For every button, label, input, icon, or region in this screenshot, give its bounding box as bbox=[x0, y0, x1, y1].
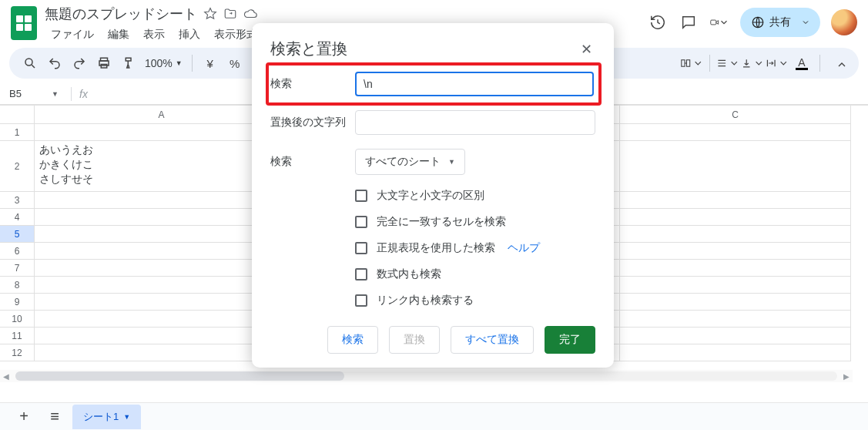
help-link[interactable]: ヘルプ bbox=[508, 241, 540, 255]
share-button[interactable]: 共有 bbox=[740, 8, 820, 37]
cell[interactable] bbox=[35, 328, 289, 344]
checkbox-links[interactable] bbox=[355, 294, 367, 307]
cell[interactable] bbox=[620, 294, 851, 311]
cloud-status-icon[interactable] bbox=[243, 7, 257, 21]
cell[interactable] bbox=[620, 260, 851, 277]
find-input[interactable] bbox=[355, 72, 594, 96]
cell[interactable] bbox=[620, 344, 851, 361]
scroll-left-icon[interactable]: ◀ bbox=[0, 372, 12, 381]
close-icon[interactable]: ✕ bbox=[577, 40, 595, 59]
cell[interactable] bbox=[35, 243, 289, 260]
cell[interactable] bbox=[35, 226, 289, 243]
row-header[interactable]: 6 bbox=[0, 243, 35, 260]
checkbox-regex[interactable] bbox=[355, 242, 367, 254]
scope-select[interactable]: すべてのシート ▼ bbox=[355, 149, 465, 175]
checkbox-formulas[interactable] bbox=[355, 268, 367, 281]
cell[interactable] bbox=[35, 124, 289, 141]
cell[interactable] bbox=[35, 311, 289, 328]
name-box[interactable]: B5 ▼ bbox=[9, 88, 63, 99]
star-icon[interactable] bbox=[203, 7, 217, 21]
cell[interactable] bbox=[35, 192, 289, 209]
print-icon[interactable] bbox=[92, 52, 116, 75]
find-replace-dialog: 検索と置換 ✕ 検索 置換後の文字列 検索 すべてのシート ▼ bbox=[252, 23, 614, 368]
cell[interactable] bbox=[35, 277, 289, 294]
row-header[interactable]: 4 bbox=[0, 209, 35, 226]
cell[interactable] bbox=[35, 294, 289, 311]
done-button[interactable]: 完了 bbox=[545, 326, 595, 354]
cell-a2[interactable]: あいうえお かきくけこ さしすせそ bbox=[35, 141, 289, 192]
column-header-a[interactable]: A bbox=[35, 106, 289, 124]
cell[interactable] bbox=[35, 209, 289, 226]
toolbar-separator bbox=[819, 55, 820, 72]
account-avatar[interactable] bbox=[831, 9, 857, 35]
sheets-app-icon[interactable] bbox=[11, 6, 37, 40]
row-header[interactable]: 9 bbox=[0, 294, 35, 311]
row-header[interactable]: 8 bbox=[0, 277, 35, 294]
redo-icon[interactable] bbox=[68, 52, 91, 75]
document-title[interactable]: 無題のスプレッドシート bbox=[45, 5, 197, 23]
add-sheet-button[interactable]: + bbox=[11, 405, 37, 428]
row-header[interactable]: 5 bbox=[0, 226, 35, 243]
fx-icon: fx bbox=[79, 88, 88, 100]
cell[interactable] bbox=[620, 226, 851, 243]
paint-format-icon[interactable] bbox=[117, 52, 140, 75]
replace-button[interactable]: 置換 bbox=[389, 326, 440, 354]
move-folder-icon[interactable] bbox=[223, 7, 237, 21]
find-row-highlight: 検索 bbox=[266, 62, 602, 106]
replace-all-button[interactable]: すべて置換 bbox=[451, 326, 534, 354]
menu-view[interactable]: 表示 bbox=[137, 25, 171, 45]
cell[interactable] bbox=[620, 277, 851, 294]
scroll-right-icon[interactable]: ▶ bbox=[840, 372, 853, 381]
share-label: 共有 bbox=[769, 15, 791, 29]
select-all-corner[interactable] bbox=[0, 106, 35, 124]
replace-input[interactable] bbox=[355, 110, 595, 135]
cell[interactable] bbox=[620, 243, 851, 260]
checkbox-case[interactable] bbox=[355, 190, 367, 202]
share-dropdown-icon[interactable] bbox=[796, 12, 816, 32]
meet-icon[interactable] bbox=[709, 12, 729, 32]
row-header[interactable]: 3 bbox=[0, 192, 35, 209]
undo-icon[interactable] bbox=[43, 52, 66, 75]
cell[interactable] bbox=[35, 344, 289, 361]
title-area: 無題のスプレッドシート ファイル 編集 表示 挿入 表示形式 bbox=[45, 5, 263, 45]
collapse-toolbar-icon[interactable] bbox=[831, 54, 853, 76]
row-header[interactable]: 1 bbox=[0, 124, 35, 141]
scope-selected-value: すべてのシート bbox=[365, 155, 441, 169]
menu-insert[interactable]: 挿入 bbox=[173, 25, 206, 45]
checkbox-whole[interactable] bbox=[355, 216, 367, 228]
cell[interactable] bbox=[620, 311, 851, 328]
cell[interactable] bbox=[35, 260, 289, 277]
caret-down-icon: ▼ bbox=[123, 413, 130, 421]
find-button[interactable]: 検索 bbox=[327, 326, 378, 354]
percent-button[interactable]: % bbox=[223, 52, 246, 75]
currency-button[interactable]: ¥ bbox=[199, 52, 222, 75]
zoom-select[interactable]: 100% ▼ bbox=[142, 57, 186, 69]
history-icon[interactable] bbox=[648, 12, 668, 32]
cell[interactable] bbox=[620, 209, 851, 226]
merge-cells-icon[interactable] bbox=[680, 52, 703, 75]
sheet-tab-1[interactable]: シート1 ▼ bbox=[72, 405, 141, 429]
valign-icon[interactable] bbox=[741, 52, 764, 75]
search-icon[interactable] bbox=[18, 52, 42, 75]
cell[interactable] bbox=[620, 328, 851, 344]
cell[interactable] bbox=[620, 141, 851, 192]
column-header-c[interactable]: C bbox=[620, 106, 851, 124]
comments-icon[interactable] bbox=[679, 12, 699, 32]
toolbar-separator bbox=[192, 55, 193, 72]
wrap-icon[interactable] bbox=[766, 52, 789, 75]
align-icon[interactable] bbox=[716, 52, 739, 75]
cell[interactable] bbox=[620, 124, 851, 141]
row-header[interactable]: 10 bbox=[0, 311, 35, 328]
horizontal-scrollbar[interactable]: ◀ ▶ bbox=[0, 370, 853, 382]
row-header[interactable]: 2 bbox=[0, 141, 35, 192]
all-sheets-button[interactable]: ≡ bbox=[42, 405, 68, 428]
cell[interactable] bbox=[620, 192, 851, 209]
text-color-icon[interactable]: A bbox=[790, 52, 813, 75]
row-header[interactable]: 12 bbox=[0, 344, 35, 361]
row-header[interactable]: 7 bbox=[0, 260, 35, 277]
menu-file[interactable]: ファイル bbox=[45, 25, 100, 45]
row-header[interactable]: 11 bbox=[0, 328, 35, 344]
globe-icon bbox=[751, 15, 765, 29]
find-label: 検索 bbox=[270, 77, 355, 91]
menu-edit[interactable]: 編集 bbox=[102, 25, 136, 45]
